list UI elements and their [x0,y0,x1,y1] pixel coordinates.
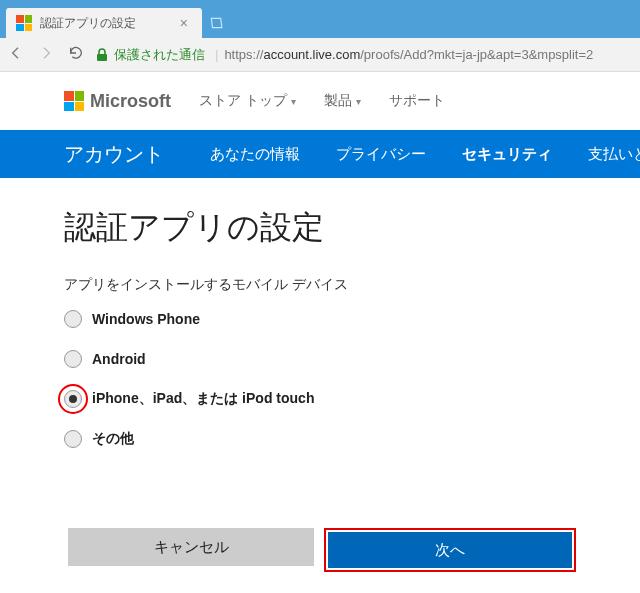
forward-button[interactable] [38,45,54,65]
address-bar[interactable]: 保護された通信 | https:// account.live.com /pro… [96,46,632,64]
device-options: Windows Phone Android iPhone、iPad、または iP… [64,310,576,448]
chevron-down-icon: ▾ [356,96,361,107]
option-label: Android [92,351,146,367]
cancel-button[interactable]: キャンセル [68,528,314,566]
radio-icon [64,310,82,328]
url-scheme: https:// [224,47,263,62]
nav-support[interactable]: サポート [389,92,445,110]
option-label: iPhone、iPad、または iPod touch [92,390,314,408]
option-other[interactable]: その他 [64,430,576,448]
prompt-label: アプリをインストールするモバイル デバイス [64,276,576,294]
account-nav: アカウント あなたの情報 プライバシー セキュリティ 支払いと請 [0,130,640,178]
browser-tab-strip: 認証アプリの設定 × [0,0,640,38]
highlight-box: 次へ [324,528,576,572]
nav-billing[interactable]: 支払いと請 [588,145,640,164]
secure-label: 保護された通信 [114,46,205,64]
url-host: account.live.com [263,47,360,62]
option-label: その他 [92,430,134,448]
radio-icon [64,350,82,368]
nav-your-info[interactable]: あなたの情報 [210,145,300,164]
back-button[interactable] [8,45,24,65]
option-label: Windows Phone [92,311,200,327]
browser-toolbar: 保護された通信 | https:// account.live.com /pro… [0,38,640,72]
main-content: 認証アプリの設定 アプリをインストールするモバイル デバイス Windows P… [0,178,640,572]
url-path: /proofs/Add?mkt=ja-jp&apt=3&mpsplit=2 [360,47,593,62]
nav-store[interactable]: ストア トップ▾ [199,92,296,110]
tab-title: 認証アプリの設定 [40,15,176,32]
favicon-microsoft-icon [16,15,32,31]
button-row: キャンセル 次へ [64,528,576,572]
divider: | [215,47,218,62]
next-button[interactable]: 次へ [328,532,572,568]
browser-tab[interactable]: 認証アプリの設定 × [6,8,202,38]
reload-button[interactable] [68,45,84,65]
svg-rect-0 [97,54,107,61]
brand-text: Microsoft [90,91,171,112]
nav-privacy[interactable]: プライバシー [336,145,426,164]
microsoft-icon [64,91,84,111]
option-android[interactable]: Android [64,350,576,368]
radio-icon [64,430,82,448]
nav-products[interactable]: 製品▾ [324,92,361,110]
account-title[interactable]: アカウント [64,141,164,168]
chevron-down-icon: ▾ [291,96,296,107]
new-tab-button[interactable] [204,11,228,35]
radio-icon [64,390,82,408]
microsoft-logo[interactable]: Microsoft [64,91,171,112]
page-title: 認証アプリの設定 [64,206,576,250]
lock-icon [96,48,108,62]
option-iphone[interactable]: iPhone、iPad、または iPod touch [64,390,576,408]
option-windows-phone[interactable]: Windows Phone [64,310,576,328]
site-header: Microsoft ストア トップ▾ 製品▾ サポート [0,72,640,130]
nav-security[interactable]: セキュリティ [462,145,552,164]
close-icon[interactable]: × [176,15,192,31]
